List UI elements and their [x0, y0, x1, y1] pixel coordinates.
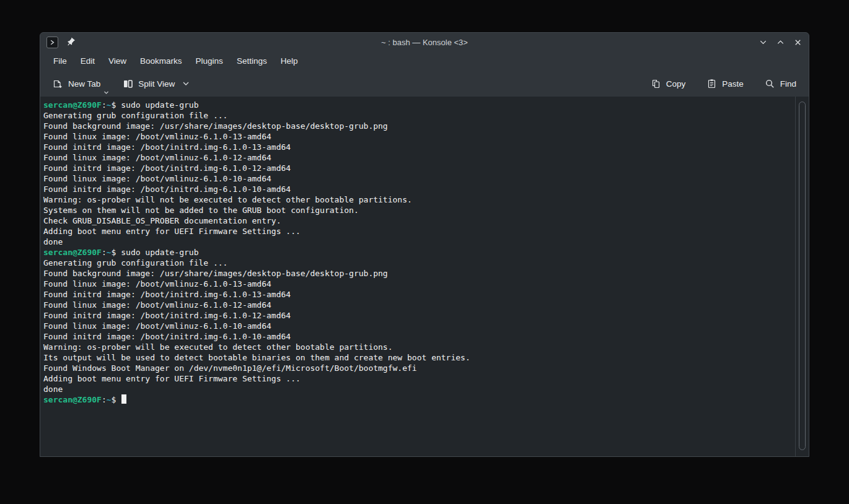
menu-file[interactable]: File [46, 53, 74, 69]
split-view-button[interactable]: Split View [118, 75, 195, 93]
new-tab-icon [53, 79, 63, 89]
menu-view[interactable]: View [102, 53, 133, 69]
terminal-line: Found initrd image: /boot/initrd.img-6.1… [43, 184, 793, 194]
window-title: ~ : bash — Konsole <3> [40, 38, 809, 47]
pin-icon[interactable] [66, 37, 76, 47]
terminal-line: done [43, 237, 793, 247]
split-view-label: Split View [138, 79, 175, 89]
split-view-icon [123, 79, 133, 89]
new-tab-button[interactable]: New Tab [48, 75, 105, 93]
terminal-line: Adding boot menu entry for UEFI Firmware… [43, 226, 793, 237]
terminal-view[interactable]: sercan@Z690F:~$ sudo update-grubGenerati… [40, 97, 809, 456]
new-tab-label: New Tab [68, 79, 100, 89]
new-tab-dropdown-icon [103, 91, 109, 95]
toolbar: New Tab Split View [40, 71, 809, 97]
split-view-dropdown-icon [182, 81, 190, 86]
find-icon [765, 79, 775, 89]
terminal-line: Warning: os-prober will not be executed … [43, 194, 793, 205]
find-button[interactable]: Find [760, 75, 801, 93]
terminal-line: Check GRUB_DISABLE_OS_PROBER documentati… [43, 215, 793, 226]
titlebar[interactable]: ~ : bash — Konsole <3> [40, 33, 809, 51]
terminal-line: Found initrd image: /boot/initrd.img-6.1… [43, 310, 793, 321]
terminal-line: Systems on them will not be added to the… [43, 205, 793, 215]
terminal-line: Found initrd image: /boot/initrd.img-6.1… [43, 142, 793, 152]
find-label: Find [780, 79, 796, 89]
paste-button[interactable]: Paste [702, 75, 749, 93]
terminal-line: Found linux image: /boot/vmlinuz-6.1.0-1… [43, 173, 793, 184]
terminal-line: Found linux image: /boot/vmlinuz-6.1.0-1… [43, 300, 793, 310]
scrollbar-track[interactable] [795, 97, 809, 456]
copy-button[interactable]: Copy [646, 75, 691, 93]
terminal-line: Found linux image: /boot/vmlinuz-6.1.0-1… [43, 321, 793, 331]
terminal-line: Found initrd image: /boot/initrd.img-6.1… [43, 289, 793, 300]
konsole-window: ~ : bash — Konsole <3> File Edit View Bo… [40, 32, 809, 457]
paste-label: Paste [722, 79, 744, 89]
terminal-line: Its output will be used to detect bootab… [43, 352, 793, 363]
menu-edit[interactable]: Edit [74, 53, 102, 69]
terminal-cursor [121, 394, 126, 404]
copy-label: Copy [666, 79, 686, 89]
terminal-line: Found background image: /usr/share/image… [43, 268, 793, 279]
terminal-line: sercan@Z690F:~$ [43, 394, 793, 405]
copy-icon [651, 79, 661, 89]
konsole-app-icon [46, 37, 58, 48]
terminal-line: Found linux image: /boot/vmlinuz-6.1.0-1… [43, 279, 793, 289]
terminal-line: done [43, 384, 793, 394]
terminal-line: Found linux image: /boot/vmlinuz-6.1.0-1… [43, 131, 793, 142]
menu-plugins[interactable]: Plugins [189, 53, 230, 69]
terminal-line: sercan@Z690F:~$ sudo update-grub [43, 100, 793, 110]
terminal-line: Generating grub configuration file ... [43, 110, 793, 121]
terminal-line: sercan@Z690F:~$ sudo update-grub [43, 247, 793, 258]
scrollbar-thumb[interactable] [799, 102, 806, 450]
terminal-line: Found initrd image: /boot/initrd.img-6.1… [43, 163, 793, 173]
paste-icon [706, 79, 717, 89]
terminal-line: Found background image: /usr/share/image… [43, 121, 793, 131]
menu-help[interactable]: Help [274, 53, 305, 69]
terminal-line: Warning: os-prober will be executed to d… [43, 342, 793, 352]
maximize-button[interactable] [774, 36, 786, 48]
terminal-line: Generating grub configuration file ... [43, 258, 793, 268]
minimize-button[interactable] [757, 36, 769, 48]
menu-bookmarks[interactable]: Bookmarks [133, 53, 189, 69]
terminal-line: Found linux image: /boot/vmlinuz-6.1.0-1… [43, 152, 793, 163]
terminal-line: Found initrd image: /boot/initrd.img-6.1… [43, 331, 793, 342]
terminal-output: sercan@Z690F:~$ sudo update-grubGenerati… [43, 100, 793, 405]
menubar: File Edit View Bookmarks Plugins Setting… [40, 51, 809, 71]
terminal-line: Adding boot menu entry for UEFI Firmware… [43, 373, 793, 384]
terminal-line: Found Windows Boot Manager on /dev/nvme0… [43, 363, 793, 373]
close-button[interactable] [791, 36, 804, 48]
menu-settings[interactable]: Settings [230, 53, 274, 69]
